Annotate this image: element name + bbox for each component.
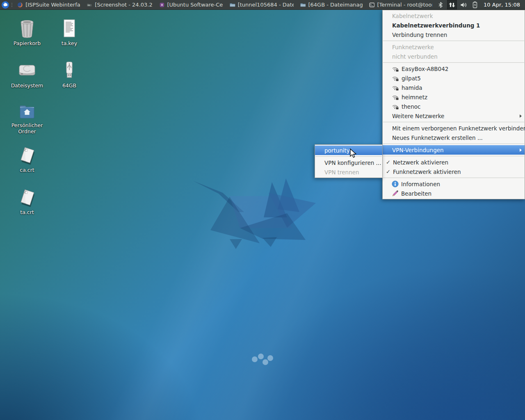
wifi-secured-icon [392, 103, 399, 110]
home-folder-icon [17, 103, 37, 121]
network-arrows-icon [448, 2, 456, 8]
submenu-item-portunity[interactable]: portunity [315, 146, 382, 155]
window-button-label: [Ubuntu Software-Cen... [167, 2, 223, 8]
battery-icon [472, 1, 477, 8]
desktop-icon-label: Dateisystem [7, 82, 48, 89]
menu-item-verbindung-trennen[interactable]: Verbindung trennen [383, 30, 525, 39]
volume-tray-button[interactable] [459, 0, 468, 10]
menu-item-netzwerk-aktivieren[interactable]: ✓ Netzwerk aktivieren [383, 158, 525, 167]
top-panel: [ISPSuite Webinterfac... [Screenshot - 2… [0, 0, 525, 10]
panel-separator-handle [11, 2, 13, 8]
wifi-secured-icon [392, 84, 399, 91]
desktop-icon-ca-crt[interactable]: ca.crt [7, 145, 48, 173]
certificate-file-icon [17, 145, 37, 166]
menu-header-funknetzwerke: Funknetzwerke [383, 42, 525, 52]
info-icon [392, 180, 399, 187]
wifi-secured-icon [392, 94, 399, 100]
window-button-screenshot[interactable]: [Screenshot - 24.03.20... [83, 0, 155, 10]
wallpaper-dot [262, 359, 268, 365]
window-button-software-center[interactable]: [Ubuntu Software-Cen... [156, 0, 226, 10]
submenu-arrow-icon [520, 148, 522, 152]
menu-separator [315, 156, 382, 157]
menu-item-bearbeiten[interactable]: Bearbeiten [383, 189, 525, 198]
menu-item-informationen[interactable]: Informationen [383, 179, 525, 189]
desktop-icon-papierkorb[interactable]: Papierkorb [7, 18, 48, 46]
wifi-secured-icon [392, 75, 399, 81]
desktop-icon-label: ta.key [49, 40, 90, 46]
window-button-label: [Screenshot - 24.03.20... [95, 2, 152, 8]
menu-item-verborgenes-funknetzwerk[interactable]: Mit einem verborgenen Funknetzwerk verbi… [383, 123, 525, 133]
menu-separator [383, 62, 524, 63]
menu-item-wifi-easybox[interactable]: EasyBox-A8B042 [383, 64, 525, 73]
window-button-terminal[interactable]: [Terminal - root@toor-... [366, 0, 436, 10]
desktop-icon-label: 64GB [49, 82, 90, 89]
volume-icon [460, 2, 467, 8]
wallpaper-dot [267, 355, 273, 361]
firefox-icon [17, 2, 23, 8]
usb-drive-icon [59, 60, 79, 82]
window-button-64gb-folder[interactable]: [64GB - Dateimanager] [297, 0, 366, 10]
checkmark-icon: ✓ [386, 159, 392, 165]
network-manager-menu: Kabelnetzwerk Kabelnetzwerkverbindung 1 … [382, 10, 525, 199]
desktop-icon-label: ca.crt [7, 167, 48, 173]
network-manager-tray-button[interactable] [447, 0, 457, 10]
window-button-label: [64GB - Dateimanager] [308, 2, 362, 8]
menu-item-wifi-hamida[interactable]: hamida [383, 83, 525, 92]
system-tray [436, 0, 480, 10]
desktop-icon-ta-key[interactable]: ta.key [49, 18, 90, 46]
menu-separator [383, 178, 524, 178]
xubuntu-logo-icon [1, 1, 9, 9]
window-button-ispsuite[interactable]: [ISPSuite Webinterfac... [14, 0, 83, 10]
menu-header-kabelnetzwerk: Kabelnetzwerk [383, 11, 525, 21]
menu-item-neues-funknetzwerk[interactable]: Neues Funknetzwerk erstellen ... [383, 133, 525, 142]
desktop-icon-label: Persönlicher Ordner [7, 122, 48, 135]
menu-item-wifi-heimnetz[interactable]: heimnetz [383, 92, 525, 102]
desktop-icon-persoenlicher-ordner[interactable]: Persönlicher Ordner [7, 103, 48, 135]
folder-icon [300, 2, 306, 8]
filesystem-drive-icon [17, 60, 37, 82]
panel-clock[interactable]: 10 Apr, 15:08 [480, 2, 524, 8]
submenu-arrow-icon [520, 114, 522, 118]
bluetooth-tray-button[interactable] [436, 0, 445, 10]
mouse-cursor [349, 148, 357, 159]
wifi-secured-icon [392, 66, 399, 72]
window-button-label: [ISPSuite Webinterfac... [25, 2, 80, 8]
menu-item-wifi-thenoc[interactable]: thenoc [383, 102, 525, 111]
battery-tray-button[interactable] [470, 0, 480, 10]
menu-separator [383, 122, 524, 122]
trash-icon [17, 18, 37, 39]
menu-separator [383, 41, 524, 41]
menu-item-weitere-netzwerke[interactable]: Weitere Netzwerke [383, 111, 525, 121]
certificate-file-icon [17, 187, 37, 208]
wallpaper-dot [258, 354, 264, 359]
menu-status-nicht-verbunden: nicht verbunden [383, 52, 525, 61]
desktop-icon-ta-crt[interactable]: ta.crt [7, 187, 48, 215]
window-button-label: [Terminal - root@toor-... [377, 2, 432, 8]
window-button-label: [tunnel105684 - Datei... [238, 2, 294, 8]
desktop-icon-label: ta.crt [7, 209, 48, 215]
submenu-item-vpn-konfigurieren[interactable]: VPN konfigurieren ... [315, 158, 382, 167]
xfce-mouse-logo [187, 174, 322, 250]
menu-item-wifi-gilpat5[interactable]: gilpat5 [383, 73, 525, 83]
window-button-tunnel-folder[interactable]: [tunnel105684 - Datei... [226, 0, 297, 10]
terminal-icon [369, 2, 375, 8]
desktop-icon-64gb[interactable]: 64GB [49, 60, 90, 89]
image-viewer-icon [87, 2, 92, 8]
software-center-icon [159, 2, 165, 8]
desktop-icon-dateisystem[interactable]: Dateisystem [7, 60, 48, 89]
menu-item-kabelnetzwerkverbindung-1[interactable]: Kabelnetzwerkverbindung 1 [383, 21, 525, 30]
desktop-icon-label: Papierkorb [7, 40, 48, 46]
wallpaper-dot [252, 356, 258, 362]
submenu-item-vpn-trennen: VPN trennen [315, 167, 382, 177]
applications-menu-button[interactable] [1, 0, 9, 9]
menu-item-funknetzwerk-aktivieren[interactable]: ✓ Funknetzwerk aktivieren [383, 167, 525, 176]
menu-separator [383, 156, 524, 156]
menu-item-vpn-verbindungen[interactable]: VPN-Verbindungen [383, 145, 525, 155]
menu-separator [383, 144, 524, 144]
pencil-icon [392, 190, 399, 197]
vpn-submenu: portunity VPN konfigurieren ... VPN tren… [315, 144, 383, 178]
folder-icon [230, 2, 235, 8]
checkmark-icon: ✓ [386, 169, 392, 175]
text-file-icon [59, 18, 79, 39]
bluetooth-icon [437, 2, 444, 8]
